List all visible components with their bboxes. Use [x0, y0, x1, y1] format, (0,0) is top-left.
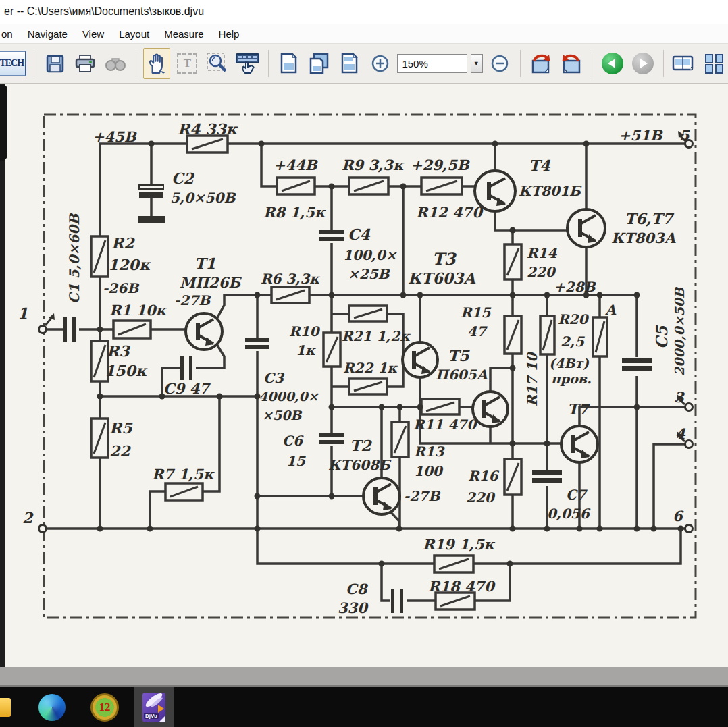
svg-text:T3: T3 [432, 249, 457, 269]
zoom-out-button[interactable] [486, 48, 513, 79]
svg-text:T4: T4 [529, 157, 550, 174]
svg-text:330: 330 [338, 599, 369, 616]
svg-text:T2: T2 [350, 437, 372, 454]
taskbar: 12 DjVu [0, 687, 728, 727]
hand-pan-icon [146, 53, 167, 74]
zoom-in-button[interactable] [367, 48, 394, 79]
svg-text:R13: R13 [414, 443, 446, 460]
rotate-right-button[interactable] [558, 48, 585, 79]
svg-text:3: 3 [674, 389, 685, 406]
logo-button[interactable]: TECH [0, 48, 27, 79]
zoom-select-icon [207, 53, 228, 74]
svg-text:T1: T1 [194, 254, 216, 272]
rotate-left-button[interactable] [527, 48, 554, 79]
page-facing-icon [309, 53, 330, 74]
menu-item-navigate[interactable]: Navigate [28, 28, 68, 40]
zoom-in-icon [371, 54, 390, 73]
badge-count: 12 [99, 701, 111, 714]
taskbar-edge-button[interactable] [32, 687, 72, 727]
zoom-dropdown-button[interactable]: ▼ [471, 54, 483, 73]
svg-text:22: 22 [109, 442, 131, 460]
forward-button[interactable] [629, 48, 656, 79]
chevron-down-icon: ▼ [473, 60, 479, 67]
rotate-left-icon [529, 53, 553, 74]
svg-text:R12 470: R12 470 [416, 204, 484, 221]
toolbar-separator [268, 50, 269, 77]
svg-text:6: 6 [673, 508, 684, 524]
svg-text:R4 33к: R4 33к [178, 120, 238, 138]
spread-view-icon [672, 54, 696, 73]
menu-item-layout[interactable]: Layout [119, 28, 149, 40]
svg-text:2: 2 [22, 509, 34, 527]
svg-text:C8: C8 [346, 581, 369, 597]
toolbar-separator [592, 50, 592, 77]
toolbar-separator [520, 50, 521, 77]
forward-icon [632, 53, 654, 74]
zoom-select-button[interactable] [204, 48, 231, 79]
djvu-viewer-window: er -- C:\Users\имя\Documents\зыков.djvu … [0, 0, 728, 667]
svg-text:T7: T7 [567, 400, 590, 418]
svg-text:+51В: +51В [619, 127, 664, 144]
svg-text:47: 47 [467, 323, 488, 340]
svg-text:15: 15 [286, 453, 306, 469]
svg-text:150к: 150к [105, 362, 148, 379]
svg-text:МП26Б: МП26Б [180, 274, 242, 291]
taskbar-explorer-button[interactable] [0, 687, 31, 727]
document-page[interactable]: +45ВR4 33кC25,0×50В+44ВR9 3,3к+29,5ВT4КТ… [0, 84, 728, 667]
search-button[interactable] [102, 48, 129, 79]
svg-text:КТ803А: КТ803А [611, 230, 677, 246]
continuous-view-button[interactable] [336, 48, 363, 79]
svg-text:КТ801Б: КТ801Б [519, 183, 582, 199]
svg-text:КТ603А: КТ603А [408, 269, 476, 287]
svg-text:-27В: -27В [404, 488, 441, 504]
svg-text:П605А: П605А [436, 367, 488, 383]
hand-tool-button[interactable] [143, 48, 170, 79]
toolbar-separator [136, 50, 136, 77]
menu-item-truncated[interactable]: on [1, 28, 13, 40]
svg-text:R18 470: R18 470 [428, 578, 496, 595]
svg-text:R5: R5 [109, 419, 133, 437]
svg-text:C2: C2 [172, 169, 195, 187]
svg-text:А: А [605, 302, 617, 318]
print-button[interactable] [72, 48, 99, 79]
svg-text:C7: C7 [566, 487, 588, 503]
svg-text:C9 47: C9 47 [163, 380, 211, 397]
svg-text:4: 4 [675, 425, 686, 442]
back-button[interactable] [599, 48, 626, 79]
rotate-right-icon [559, 53, 583, 74]
svg-text:R9 3,3к: R9 3,3к [342, 157, 405, 173]
svg-text:-27В: -27В [174, 292, 211, 308]
svg-text:1к: 1к [296, 342, 316, 358]
print-icon [75, 54, 95, 73]
svg-text:R15: R15 [461, 304, 492, 321]
single-page-view-button[interactable] [276, 48, 303, 79]
menu-item-help[interactable]: Help [219, 28, 240, 40]
svg-text:R3: R3 [107, 342, 130, 360]
window-title: er -- C:\Users\имя\Documents\зыков.djvu [4, 5, 204, 18]
text-select-button[interactable]: T [174, 48, 201, 79]
pan-page-button[interactable] [234, 48, 261, 79]
page-single-icon [280, 53, 298, 74]
zoom-level-input[interactable]: 150% [397, 54, 467, 73]
menu-item-measure[interactable]: Measure [164, 28, 203, 40]
taskbar-djvu-button[interactable]: DjVu [134, 687, 174, 727]
menu-item-view[interactable]: View [82, 28, 104, 40]
thumbnails-grid-icon [704, 53, 725, 74]
spread-view-button[interactable] [671, 48, 698, 79]
djvu-icon-label: DjVu [144, 713, 159, 719]
svg-text:+45В: +45В [93, 128, 138, 145]
facing-pages-view-button[interactable] [306, 48, 333, 79]
svg-text:R10: R10 [289, 323, 321, 340]
save-button[interactable] [41, 48, 68, 79]
toolbar-separator [663, 50, 664, 77]
toolbar-separator [34, 50, 34, 77]
svg-text:R21 1,2к: R21 1,2к [342, 328, 411, 344]
svg-text:R8 1,5к: R8 1,5к [263, 204, 326, 221]
edge-icon [38, 694, 66, 721]
djvu-app-icon: DjVu [142, 693, 165, 722]
svg-text:R11 470: R11 470 [413, 416, 477, 433]
zoom-level-value: 150% [402, 58, 427, 70]
svg-text:КТ608Б: КТ608Б [328, 457, 392, 473]
taskbar-game-button[interactable]: 12 [84, 687, 125, 727]
thumbnails-view-button[interactable] [701, 48, 728, 79]
